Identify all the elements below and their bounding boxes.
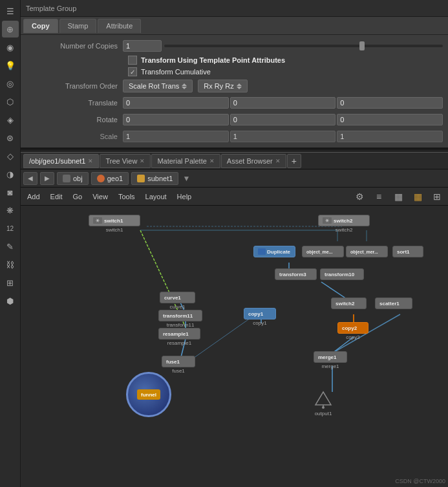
node-output1[interactable]: output1: [313, 389, 334, 417]
scale-x-input[interactable]: [123, 131, 229, 142]
transform-order-value: Scale Rot Trans Rx Ry Rz: [123, 80, 443, 92]
tab-attribute[interactable]: Attribute: [98, 19, 141, 33]
node-fuse1[interactable]: fuse1 fuse1: [162, 356, 195, 374]
node-transform11[interactable]: transform11 transform11: [158, 310, 202, 328]
toolbar-icon-light[interactable]: 💡: [2, 57, 19, 74]
tab-stamp[interactable]: Stamp: [59, 19, 97, 33]
icon-btn-grid3[interactable]: ⊞: [430, 189, 444, 204]
btab-subnet[interactable]: /obj/geo1/subnet1 ✕: [23, 154, 99, 168]
transform-cumulative-checkbox[interactable]: ✓: [128, 67, 137, 76]
svg-point-18: [322, 406, 325, 409]
path-crumb-obj[interactable]: obj: [57, 172, 89, 185]
node-big-circle[interactable]: funnel: [126, 372, 171, 417]
btab-material[interactable]: Material Palette ✕: [151, 154, 220, 168]
path-crumb-geo1[interactable]: geo1: [91, 172, 129, 185]
menu-go[interactable]: Go: [70, 191, 85, 202]
toolbar-icon-misc[interactable]: ⬢: [2, 292, 19, 309]
subnet1-icon: [137, 175, 145, 182]
toolbar-icon-num[interactable]: 12: [2, 220, 19, 237]
rotate-label: Rotate: [26, 116, 123, 124]
scale-z-input[interactable]: [337, 131, 443, 142]
scale-label: Scale: [26, 133, 123, 140]
output-icon: [313, 389, 334, 410]
node-curve1-label: curve1: [169, 304, 185, 310]
path-expand-btn[interactable]: ▼: [181, 172, 191, 185]
rotation-order-dropdown[interactable]: Rx Ry Rz: [198, 80, 247, 92]
rotate-values: [123, 114, 443, 125]
node-curve1[interactable]: curve1 curve1: [160, 292, 195, 310]
menu-help[interactable]: Help: [175, 191, 195, 202]
toolbar-icon-shop[interactable]: ◙: [2, 184, 19, 200]
transform-order-row: Transform Order Scale Rot Trans Rx Ry Rz: [26, 79, 443, 93]
menu-add[interactable]: Add: [25, 191, 43, 202]
btab-treeview[interactable]: Tree View ✕: [100, 154, 151, 168]
tab-copy[interactable]: Copy: [23, 19, 58, 33]
node-toolbar-bar: Add Edit Go View Tools Layout Help ⚙ ≡ ▦…: [21, 188, 448, 206]
node-resample1[interactable]: resample1 resample1: [158, 328, 200, 346]
translate-row: Translate: [26, 96, 443, 110]
transform-order-dropdown[interactable]: Scale Rot Trans: [123, 80, 193, 92]
icon-btn-grid2[interactable]: ▦: [411, 189, 425, 204]
toolbar-icon-cop[interactable]: ❋: [2, 202, 19, 219]
node-sort1[interactable]: sort1: [392, 246, 423, 257]
menu-tools[interactable]: Tools: [116, 191, 138, 202]
node-object-merge1[interactable]: object_me...: [302, 246, 344, 257]
scale-values: [123, 131, 443, 142]
node-switch2b[interactable]: switch2: [331, 298, 367, 309]
btab-add[interactable]: +: [287, 154, 301, 168]
watermark: CSDN @CTW2000: [395, 478, 445, 484]
transform-order-arrow: [182, 83, 187, 89]
node-copy1-label: copy1: [253, 320, 266, 326]
transform-using-checkbox[interactable]: [128, 56, 137, 65]
toolbar-icon-pen[interactable]: ✎: [2, 238, 19, 255]
node-transform3[interactable]: transform3: [275, 268, 317, 280]
menu-view[interactable]: View: [90, 191, 111, 202]
toolbar-icon-dop[interactable]: ⊛: [2, 129, 19, 146]
icon-btn-gear[interactable]: ⚙: [352, 189, 367, 204]
toolbar-icon-view[interactable]: ◉: [2, 39, 19, 56]
menu-edit[interactable]: Edit: [48, 191, 65, 202]
path-forward-btn[interactable]: ▶: [40, 172, 54, 185]
toolbar-icon-select[interactable]: ⊕: [2, 21, 19, 38]
toolbar-icon-chain[interactable]: ⛓: [2, 256, 19, 273]
translate-values: [123, 97, 443, 109]
node-switch-tr[interactable]: ⚹ switch2 switch2: [318, 215, 370, 233]
number-of-copies-input[interactable]: [123, 40, 162, 52]
path-crumb-subnet1[interactable]: subnet1: [131, 172, 178, 185]
node-graph[interactable]: ⚹ switch1 switch1 ⚹ switch2 switch2 Dupl…: [21, 206, 448, 487]
translate-z-input[interactable]: [337, 97, 443, 109]
toolbar-icon-menu[interactable]: ☰: [2, 3, 19, 19]
btab-material-close[interactable]: ✕: [209, 158, 215, 164]
toolbar-icon-geo[interactable]: ⬡: [2, 93, 19, 110]
translate-y-input[interactable]: [230, 97, 336, 109]
rotate-z-input[interactable]: [337, 114, 443, 125]
menu-layout[interactable]: Layout: [143, 191, 169, 202]
rotate-x-input[interactable]: [123, 114, 229, 125]
toolbar-icon-cam[interactable]: ◎: [2, 75, 19, 92]
node-scatter1[interactable]: scatter1: [375, 298, 412, 309]
btab-asset-close[interactable]: ✕: [275, 158, 281, 164]
btab-asset[interactable]: Asset Browser ✕: [221, 154, 286, 168]
toolbar-icon-grid[interactable]: ⊞: [2, 274, 19, 291]
icon-btn-grid1[interactable]: ▦: [391, 189, 405, 204]
translate-x-input[interactable]: [123, 97, 229, 109]
node-object-merge2[interactable]: object_mer...: [346, 246, 388, 257]
toolbar-icon-mat[interactable]: ◑: [2, 166, 19, 182]
btab-treeview-close[interactable]: ✕: [140, 158, 145, 164]
node-duplicate[interactable]: Duplicate: [253, 246, 295, 257]
rotate-y-input[interactable]: [230, 114, 336, 125]
node-transform10[interactable]: transform10: [320, 268, 364, 280]
number-of-copies-slider[interactable]: [164, 45, 443, 47]
toolbar-icon-obj[interactable]: ◈: [2, 111, 19, 128]
btab-subnet-close[interactable]: ✕: [88, 158, 93, 164]
node-copy1[interactable]: copy1 copy1: [244, 308, 276, 326]
toolbar-icon-part[interactable]: ◇: [2, 147, 19, 164]
translate-label: Translate: [26, 99, 123, 107]
node-copy2[interactable]: copy2 copy2: [337, 322, 368, 340]
node-merge1[interactable]: merge1 merge1: [314, 351, 347, 369]
icon-btn-list[interactable]: ≡: [372, 189, 386, 204]
path-back-btn[interactable]: ◀: [23, 172, 37, 185]
transform-cumulative-label: Transform Cumulative: [141, 68, 211, 76]
node-switch-tl[interactable]: ⚹ switch1 switch1: [89, 215, 140, 233]
scale-y-input[interactable]: [230, 131, 336, 142]
